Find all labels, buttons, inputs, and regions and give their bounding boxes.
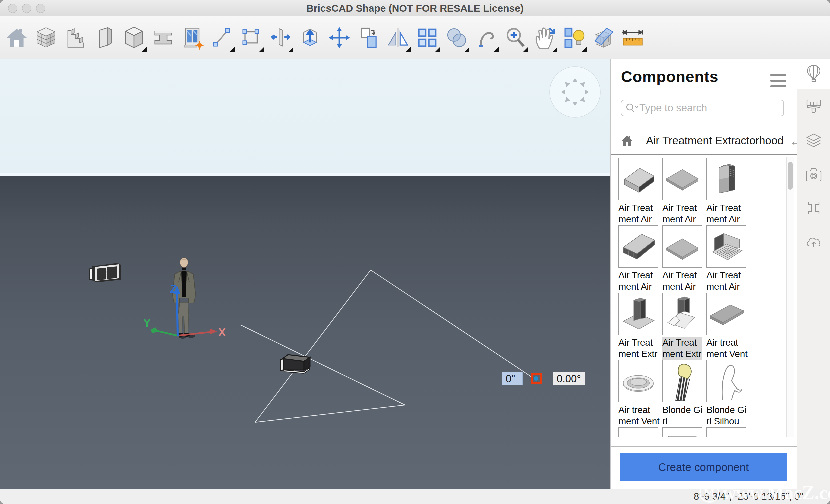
component-item[interactable]: Air Treatment Air — [618, 225, 658, 292]
breadcrumb: Air Treatment Extractorhood ˙ ← — [621, 133, 787, 148]
title-bar: BricsCAD Shape (NOT FOR RESALE License) — [0, 0, 830, 16]
zoom-button[interactable] — [501, 21, 530, 54]
ac-unit-object — [281, 355, 310, 373]
panel-menu-button[interactable] — [770, 74, 786, 88]
grid-scrollbar-thumb[interactable] — [788, 162, 793, 190]
component-item[interactable]: Air treatment Vent — [618, 360, 658, 427]
thumbnail-duct-long[interactable] — [618, 225, 658, 268]
component-item[interactable]: Air Treatment Air — [706, 158, 746, 225]
search-box[interactable] — [621, 100, 784, 116]
thumbnail-vent-plate[interactable] — [706, 293, 746, 335]
component-item[interactable]: Blonde Girl — [662, 360, 702, 427]
thumbnail-vent-round[interactable] — [618, 360, 658, 402]
dynamic-input-angle[interactable]: 0.00° — [553, 372, 585, 385]
main-toolbar — [0, 16, 830, 59]
paint-brush-icon[interactable] — [804, 97, 823, 116]
component-item[interactable]: Air Treatment Air — [706, 225, 746, 292]
pan-button[interactable] — [530, 21, 559, 54]
create-component-button[interactable]: Create component — [620, 453, 787, 481]
ucs-z-label: Z — [170, 283, 177, 295]
push-pull-button[interactable] — [266, 21, 295, 54]
component-item[interactable] — [618, 427, 658, 437]
orbit-compass[interactable] — [549, 66, 601, 118]
union-button[interactable] — [442, 21, 471, 54]
thumbnail-flat-panel[interactable] — [662, 158, 702, 200]
move-button[interactable] — [325, 21, 354, 54]
cursor-snap-marker — [531, 373, 542, 384]
extrude-button[interactable] — [295, 21, 325, 54]
draw-line-button[interactable] — [208, 21, 237, 54]
thumbnail-ac-unit-long[interactable] — [618, 158, 658, 200]
component-item-selected[interactable]: Air Treatment Extr — [662, 293, 702, 360]
layers-icon[interactable] — [804, 132, 823, 151]
model-viewport[interactable]: X Y Z — [0, 59, 610, 489]
component-item[interactable]: Blonde Girl Silhou — [706, 360, 746, 427]
hot-air-balloon-icon[interactable] — [804, 64, 823, 83]
component-item[interactable]: Air Treatment Air — [662, 158, 702, 225]
mirror-button[interactable] — [383, 21, 413, 54]
thumbnail-blonde-girl[interactable] — [662, 360, 702, 402]
right-sidebar — [797, 59, 830, 489]
thumbnail-double-door[interactable] — [662, 427, 702, 437]
thumbnail-extractor-column[interactable] — [618, 293, 658, 335]
thumbnail-double-window[interactable] — [706, 427, 746, 437]
thumbnail-blonde-girl-silhouette[interactable] — [706, 360, 746, 402]
thumbnail-ceiling-cassette[interactable] — [706, 225, 746, 268]
app-window: BricsCAD Shape (NOT FOR RESALE License) — [0, 0, 830, 504]
stairs-button[interactable] — [61, 21, 90, 54]
panel-divider — [611, 446, 797, 447]
camera-icon[interactable] — [804, 165, 823, 184]
beam-profile-button[interactable] — [149, 21, 178, 54]
grid-scrollbar[interactable] — [786, 157, 794, 437]
copy-button[interactable] — [354, 21, 383, 54]
beam-profile-icon[interactable] — [804, 199, 823, 217]
thumbnail-ac-tower[interactable] — [706, 158, 746, 200]
components-panel: Components Air Treatment Extractorhood ˙… — [610, 59, 797, 489]
thumbnail-flat-panel[interactable] — [662, 225, 702, 268]
thumbnail-extractor-hood[interactable] — [662, 293, 702, 335]
show-hide-button[interactable] — [559, 21, 589, 54]
search-input[interactable] — [639, 102, 783, 114]
component-item[interactable]: Air treatment Vent — [706, 293, 746, 360]
component-item[interactable]: Air Treatment Air — [618, 158, 658, 225]
draw-polyline — [241, 270, 533, 422]
dynamic-input-distance[interactable]: 0" — [502, 372, 523, 385]
breadcrumb-category: Air Treatment Extractorhood ˙ — [646, 134, 789, 147]
panel-title: Components — [621, 67, 718, 86]
component-item[interactable]: Air Treatment Extr — [618, 293, 658, 360]
coordinates-readout: 8'-9 3/4", -23'-8 13/16", 0" — [694, 491, 803, 502]
extractor-hood-object — [89, 263, 121, 282]
component-item[interactable] — [662, 427, 702, 437]
masonry-block-button[interactable] — [31, 21, 61, 54]
array-button[interactable] — [413, 21, 442, 54]
wall-button[interactable] — [90, 21, 119, 54]
component-item[interactable] — [706, 427, 746, 437]
window-insert-button[interactable] — [178, 21, 208, 54]
person-figure — [173, 258, 195, 339]
home-icon[interactable] — [621, 135, 633, 147]
solid-box-button[interactable] — [119, 21, 149, 54]
section-plane-button[interactable] — [589, 21, 618, 54]
dimension-button[interactable] — [618, 21, 647, 54]
home-button[interactable] — [2, 21, 31, 54]
component-grid[interactable]: Air Treatment Air Air Treatment Air Air … — [611, 154, 797, 437]
component-item[interactable]: Air Treatment Air — [662, 225, 702, 292]
search-icon — [625, 102, 639, 114]
status-bar: 8'-9 3/4", -23'-8 13/16", 0" — [0, 489, 830, 504]
curve-button[interactable] — [471, 21, 501, 54]
ucs-y-label: Y — [143, 317, 151, 329]
thumbnail-arch[interactable] — [618, 427, 658, 437]
viewport-overlay: X Y Z — [0, 59, 610, 489]
window-title: BricsCAD Shape (NOT FOR RESALE License) — [0, 0, 830, 16]
draw-rectangle-button[interactable] — [237, 21, 266, 54]
cloud-upload-icon[interactable] — [804, 232, 823, 251]
ucs-x-label: X — [218, 326, 226, 338]
